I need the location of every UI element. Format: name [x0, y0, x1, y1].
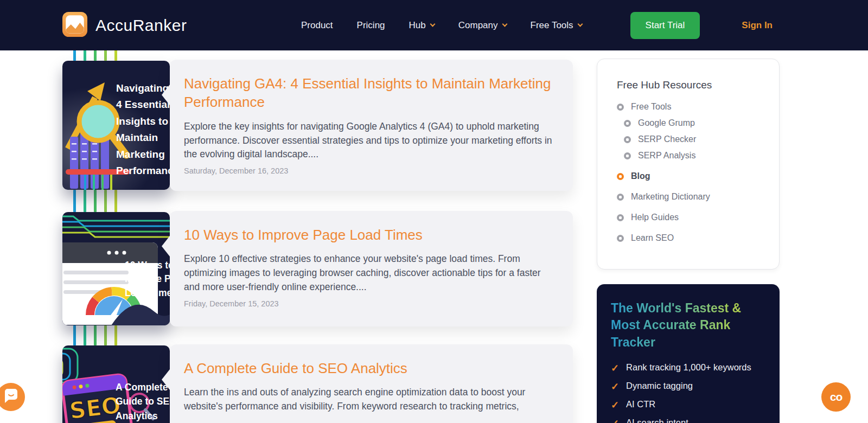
chevron-down-icon [502, 22, 507, 27]
resources-title: Free Hub Resources [617, 79, 768, 91]
check-icon [611, 418, 619, 423]
promo-feature: Rank tracking 1,000+ keywords [611, 362, 767, 374]
promo-feature: AI search intent [611, 418, 767, 423]
promo-title: The World's Fastest & Most Accurate Rank… [611, 300, 767, 351]
post-title-link[interactable]: 10 Ways to Improve Page Load Times [184, 226, 557, 244]
blog-post-row: Navigating GA4: 4 Essential Insights to … [62, 60, 573, 191]
bullet-icon [617, 235, 624, 242]
sidebar-item-blog[interactable]: Blog [617, 171, 768, 181]
post-date: Saturday, December 16, 2023 [184, 166, 557, 175]
post-excerpt: Explore 10 effective strategies to enhan… [184, 252, 557, 294]
post-date: Friday, December 15, 2023 [184, 299, 557, 308]
promo-feature-list: Rank tracking 1,000+ keywords Dynamic ta… [611, 362, 767, 423]
thumbnail-caption: 10 Ways to Improve Page Load Times [125, 259, 170, 300]
decorative-stripes [73, 200, 117, 213]
cookie-consent-badge[interactable]: co [821, 382, 851, 412]
bullet-icon [617, 214, 624, 221]
post-thumbnail-seo[interactable]: SEO A Complete Guide to SEO Analytics [62, 345, 170, 423]
bullet-icon-active [617, 173, 624, 180]
check-icon [611, 362, 619, 374]
check-icon [611, 399, 619, 411]
blog-post-row: SEO A Complete Guide to SEO Analytics A … [62, 344, 573, 423]
sidebar-item-help-guides[interactable]: Help Guides [617, 213, 768, 222]
chat-widget-button[interactable] [0, 383, 25, 411]
brand-name: AccuRanker [95, 16, 187, 35]
post-thumbnail-pageload[interactable]: 10 Ways to Improve Page Load Times [62, 212, 170, 325]
post-card: Navigating GA4: 4 Essential Insights to … [170, 60, 573, 191]
nav-free-tools[interactable]: Free Tools [531, 20, 582, 31]
check-icon [611, 381, 619, 393]
bullet-icon [624, 152, 631, 159]
bullet-icon [617, 194, 624, 201]
post-thumbnail-ga4[interactable]: Navigating GA4: 4 Essential Insights to … [62, 61, 170, 190]
sidebar-item-marketing-dictionary[interactable]: Marketing Dictionary [617, 192, 768, 202]
chevron-down-icon [577, 22, 583, 27]
bullet-icon [617, 104, 624, 111]
nav-pricing[interactable]: Pricing [357, 20, 385, 31]
main-nav: Product Pricing Hub Company Free Tools S… [301, 12, 773, 39]
promo-feature: Dynamic tagging [611, 381, 767, 393]
chevron-down-icon [430, 22, 435, 27]
chat-bubble-icon [4, 389, 18, 405]
nav-hub[interactable]: Hub [409, 20, 435, 31]
accuranker-logo-icon [62, 12, 87, 39]
promo-feature: AI CTR [611, 399, 767, 411]
sidebar-item-serp-analysis[interactable]: SERP Analysis [624, 151, 768, 161]
bullet-icon [624, 120, 631, 127]
post-card: 10 Ways to Improve Page Load Times Explo… [170, 211, 573, 326]
post-excerpt: Explore the key insights for navigating … [184, 120, 557, 162]
start-trial-button[interactable]: Start Trial [630, 12, 700, 39]
decorative-stripes [73, 333, 117, 346]
sidebar-item-serp-checker[interactable]: SERP Checker [624, 134, 768, 144]
free-hub-resources-panel: Free Hub Resources Free Tools Google Gru… [597, 59, 780, 270]
post-excerpt: Learn the ins and outs of analyzing sear… [184, 386, 557, 414]
accuranker-logo[interactable]: AccuRanker [62, 12, 187, 39]
post-title-link[interactable]: A Complete Guide to SEO Analytics [184, 359, 557, 377]
blog-post-row: 10 Ways to Improve Page Load Times 10 Wa… [62, 211, 573, 326]
nav-company[interactable]: Company [458, 20, 507, 31]
rank-tracker-promo-card[interactable]: The World's Fastest & Most Accurate Rank… [597, 284, 780, 423]
top-navigation-bar: AccuRanker Product Pricing Hub Company F… [0, 0, 868, 50]
resources-list: Free Tools Google Grump SERP Checker SER… [617, 102, 768, 243]
sidebar-item-google-grump[interactable]: Google Grump [624, 118, 768, 128]
sign-in-link[interactable]: Sign In [742, 20, 773, 31]
nav-product[interactable]: Product [301, 20, 333, 31]
post-card: A Complete Guide to SEO Analytics Learn … [170, 344, 573, 423]
post-title-link[interactable]: Navigating GA4: 4 Essential Insights to … [184, 74, 557, 112]
sidebar-item-free-tools[interactable]: Free Tools [617, 102, 768, 112]
bullet-icon [624, 136, 631, 143]
sidebar-item-learn-seo[interactable]: Learn SEO [617, 233, 768, 243]
co-badge-label: co [830, 390, 843, 403]
